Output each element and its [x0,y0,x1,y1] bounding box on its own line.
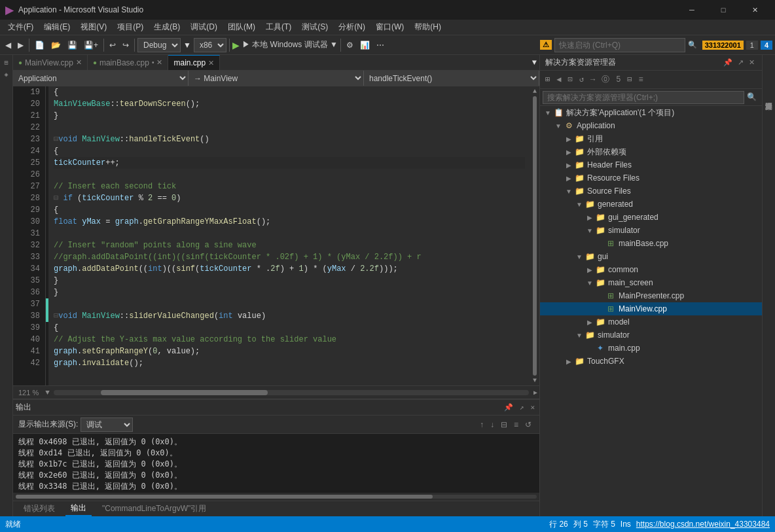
output-hscrollbar-thumb[interactable] [16,495,433,499]
menu-view[interactable]: 视图(V) [75,20,112,35]
output-btn-5[interactable]: ↺ [522,420,534,429]
code-content[interactable]: { MainViewBase::tearDownScreen(); } ⊟voi… [48,86,530,385]
expand-solution[interactable]: ▼ [543,109,553,116]
tree-mainbase-cpp[interactable]: ⊞ mainBase.cpp [540,237,762,250]
output-btn-1[interactable]: ↑ [477,420,486,429]
menu-window[interactable]: 窗口(W) [370,20,409,35]
tree-simulator2[interactable]: ▼ 📁 simulator [540,328,762,342]
scroll-up-btn[interactable]: ▲ [533,88,537,95]
expand-sourcefiles[interactable]: ▼ [564,188,574,195]
expand-simulator2[interactable]: ▼ [574,332,585,339]
menu-file[interactable]: 文件(F) [3,20,39,35]
menu-debug[interactable]: 调试(D) [185,20,223,35]
menu-edit[interactable]: 编辑(E) [39,20,75,35]
strip-icon-1[interactable]: ⊞ [1,58,12,68]
tab-main-close[interactable]: ✕ [208,59,214,67]
tree-generated[interactable]: ▼ 📁 generated [540,198,762,211]
tree-sourcefiles[interactable]: ▼ 📁 Source Files [540,185,762,198]
tab-main[interactable]: main.cpp ✕ [168,55,220,70]
float-btn[interactable]: ↗ [518,403,526,412]
toolbar-save[interactable]: 💾 [65,39,80,51]
tab-mainbase[interactable]: ● mainBase.cpp • ✕ [88,55,169,70]
tree-model[interactable]: ▶ 📁 model [540,315,762,328]
tree-gui-generated[interactable]: ▶ 📁 gui_generated [540,211,762,224]
sol-tb-6[interactable]: ⓪ [599,73,612,86]
expand-touchgfx[interactable]: ▶ [564,358,574,365]
menu-test[interactable]: 测试(S) [297,20,333,35]
toolbar-undo[interactable]: ↩ [107,39,118,51]
tree-resourcefiles[interactable]: ▶ 📁 Resource Files [540,171,762,185]
close-button[interactable]: ✕ [740,0,770,20]
sol-tb-3[interactable]: ⊡ [565,73,575,86]
menu-help[interactable]: 帮助(H) [409,20,446,35]
output-btn-2[interactable]: ↓ [488,420,497,429]
hscrollbar-thumb[interactable] [101,390,267,395]
tab-error-list[interactable]: 错误列表 [18,501,60,516]
toolbar-attach[interactable]: ⚙ [344,39,356,51]
expand-gui-generated[interactable]: ▶ [585,214,595,221]
sol-tb-1[interactable]: ⊞ [543,73,552,86]
tree-project[interactable]: ▼ ⚙ Application [540,119,762,132]
toolbar-more[interactable]: ⋯ [374,39,387,51]
tree-mainpresenter[interactable]: ⊞ MainPresenter.cpp [540,289,762,302]
menu-tools[interactable]: 工具(T) [261,20,297,35]
tree-main-cpp[interactable]: ✦ main.cpp [540,342,762,355]
toolbar-back[interactable]: ◀ [3,39,14,51]
close-panel-btn[interactable]: ✕ [528,403,537,412]
strip-icon-2[interactable]: ◈ [1,69,12,80]
quick-launch-input[interactable] [554,38,685,52]
expand-project[interactable]: ▼ [553,122,564,130]
menu-analyze[interactable]: 分析(N) [333,20,370,35]
tree-headerfiles[interactable]: ▶ 📁 Header Files [540,158,762,171]
expand-generated[interactable]: ▼ [574,201,585,208]
tab-mainview-close[interactable]: ✕ [76,58,82,67]
sol-pin-btn[interactable]: 📌 [721,58,734,67]
toolbar-open[interactable]: 📂 [48,39,63,51]
platform-dropdown[interactable]: x86 [194,38,226,52]
scroll-thumb[interactable] [533,96,537,376]
minimize-button[interactable]: ─ [677,0,707,20]
tab-find-refs[interactable]: "CommandLineToArgvW"引用 [97,501,211,516]
tab-dropdown-btn[interactable]: ▼ [530,55,539,70]
output-hscrollbar-track[interactable] [16,495,537,499]
expand-model[interactable]: ▶ [585,319,595,326]
expand-common[interactable]: ▶ [585,266,595,274]
scroll-down-btn[interactable]: ▼ [533,377,537,384]
method-dropdown[interactable]: → MainView [189,71,364,86]
tab-mainview[interactable]: ● MainView.cpp ✕ [13,55,88,70]
sol-tb-5[interactable]: → [588,74,598,86]
sol-tb-4[interactable]: ↺ [577,73,586,86]
tree-extern[interactable]: ▶ 📁 外部依赖项 [540,145,762,158]
expand-headerfiles[interactable]: ▶ [564,162,574,169]
sol-close-btn[interactable]: ✕ [747,58,757,67]
maximize-button[interactable]: □ [708,0,738,20]
menu-project[interactable]: 项目(P) [112,20,149,35]
solution-search-input[interactable] [543,91,744,104]
tree-main-screen[interactable]: ▼ 📁 main_screen [540,276,762,289]
tree-simulator[interactable]: ▼ 📁 simulator [540,224,762,237]
menu-team[interactable]: 团队(M) [223,20,261,35]
tree-common[interactable]: ▶ 📁 common [540,263,762,276]
output-btn-4[interactable]: ≡ [511,420,521,429]
sol-float-btn[interactable]: ↗ [736,58,746,67]
function-dropdown[interactable]: handleTickEvent() [364,71,539,86]
sol-tb-7[interactable]: 5 [613,74,623,86]
debug-config-dropdown[interactable]: Debug [137,38,181,52]
sol-tb-8[interactable]: ⊟ [624,73,634,86]
tree-gui[interactable]: ▼ 📁 gui [540,250,762,263]
tree-solution[interactable]: ▼ 📋 解决方案'Application'(1 个项目) [540,106,762,119]
hscroll-right-btn[interactable]: ▶ [532,389,539,397]
hscrollbar-track[interactable] [54,390,529,395]
expand-extern[interactable]: ▶ [564,149,574,156]
sol-tb-9[interactable]: ≡ [636,74,646,86]
tree-mainview-cpp[interactable]: ⊞ MainView.cpp [540,302,762,315]
run-button[interactable]: ▶ ▶ 本地 Windows 调试器 ▼ [232,39,338,50]
output-hscrollbar[interactable] [13,493,539,501]
expand-resourcefiles[interactable]: ▶ [564,175,574,182]
vertical-scrollbar[interactable]: ▲ ▼ [530,86,539,385]
zoom-dropdown-btn[interactable]: ▼ [44,389,51,397]
expand-gui[interactable]: ▼ [574,253,585,260]
expand-simulator[interactable]: ▼ [585,227,595,234]
tree-ref[interactable]: ▶ 📁 引用 [540,132,762,145]
expand-ref[interactable]: ▶ [564,135,574,143]
